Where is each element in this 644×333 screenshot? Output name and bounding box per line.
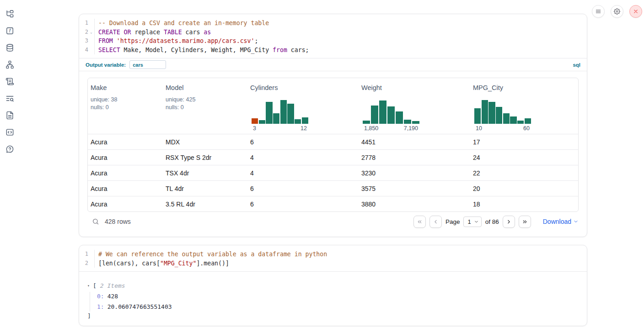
code-token: -- Download a CSV and create an in-memor…	[98, 20, 269, 26]
row-count-label: 428 rows	[105, 218, 131, 225]
code-token: CREATE	[98, 29, 120, 36]
page-select[interactable]: 1	[463, 217, 481, 227]
sidebar-button-file-explorer[interactable]	[5, 10, 14, 19]
code-token: TABLE	[164, 29, 182, 36]
line-number: 1	[85, 19, 88, 28]
documentation-icon	[5, 111, 14, 122]
table-cell: 3575	[361, 185, 473, 192]
line-number: 2	[85, 28, 88, 37]
table-cell: 20	[473, 185, 578, 192]
table-header-row: Makeunique: 38nulls: 0Modelunique: 425nu…	[88, 78, 578, 134]
code-text: [len(cars), cars["MPG_City"].mean()]	[95, 259, 229, 268]
column-header-mpg_city: MPG_City1060	[473, 78, 578, 134]
line-number: 3	[85, 37, 88, 46]
column-header-cylinders: Cylinders312	[250, 78, 361, 134]
collapse-chevron-icon[interactable]: ▾	[87, 284, 93, 288]
table-body: AcuraMDX6445117AcuraRSX Type S 2dr427782…	[88, 134, 578, 211]
code-line: 2⌄CREATE OR replace TABLE cars as	[79, 28, 587, 37]
column-name[interactable]: Model	[166, 84, 250, 91]
file-explorer-icon	[5, 10, 14, 20]
table-cell: RSX Type S 2dr	[166, 154, 250, 161]
search-icon[interactable]	[91, 217, 100, 226]
python-code-editor[interactable]: 1# We can reference the output variable …	[79, 245, 587, 271]
list-item-index: 1:	[97, 303, 104, 310]
axis-max-label: 7,190	[404, 125, 418, 132]
list-item: 1:20.060747663551403	[97, 302, 587, 312]
code-line: 1-- Download a CSV and create an in-memo…	[79, 19, 587, 28]
chevrons-left-icon	[417, 219, 423, 225]
previous-page-button[interactable]	[429, 216, 442, 228]
column-name[interactable]: Cylinders	[250, 84, 361, 91]
histogram-bar	[363, 121, 370, 124]
close-button[interactable]	[629, 5, 642, 18]
histogram-cylinders[interactable]: 312	[252, 99, 308, 132]
download-button[interactable]: Download	[543, 218, 579, 225]
table-cell: 3880	[361, 201, 473, 208]
histogram-bar	[488, 102, 495, 124]
code-token: ].mean()]	[196, 260, 229, 267]
line-number: 1	[85, 250, 88, 259]
code-text: CREATE OR replace TABLE cars as	[95, 28, 211, 37]
output-variable-input[interactable]	[129, 60, 166, 69]
sidebar-button-variables[interactable]: f	[5, 27, 14, 36]
column-name[interactable]: Make	[91, 84, 166, 91]
table-cell: 6	[250, 201, 361, 208]
histogram-bar	[510, 116, 516, 124]
menu-button[interactable]	[592, 5, 605, 18]
line-gutter: 1	[79, 250, 95, 259]
line-gutter: 2	[79, 259, 95, 268]
first-page-button[interactable]	[413, 216, 426, 228]
histogram-bar	[412, 121, 419, 124]
table-cell: 6	[250, 185, 361, 192]
line-gutter: 3	[79, 37, 95, 46]
column-header-model: Modelunique: 425nulls: 0	[166, 78, 250, 134]
column-stats: unique: 38nulls: 0	[91, 96, 166, 111]
sidebar-button-dependency-graph[interactable]	[5, 61, 14, 70]
table-footer: 428 rows Page 1 of 86	[87, 212, 579, 231]
code-token	[113, 37, 117, 44]
histogram-bar	[503, 113, 510, 124]
code-text: FROM 'https://datasets.marimo.app/cars.c…	[95, 37, 258, 46]
sidebar-button-outline-search[interactable]	[5, 95, 14, 104]
cell-divider	[79, 71, 587, 71]
marimo-notebook: f 1-- Download a CSV and create an in-me…	[0, 0, 644, 333]
list-output-items: 0:4281:20.060747663551403	[90, 292, 587, 312]
svg-text:f: f	[9, 28, 11, 33]
sidebar-button-data-sources[interactable]	[5, 44, 14, 53]
column-name[interactable]: MPG_City	[473, 84, 578, 91]
table-cell: 2778	[361, 154, 473, 161]
code-line: 2[len(cars), cars["MPG_City"].mean()]	[79, 259, 587, 268]
sql-code-editor[interactable]: 1-- Download a CSV and create an in-memo…	[79, 14, 587, 58]
histogram-bars	[252, 99, 308, 124]
histogram-mpg_city[interactable]: 1060	[474, 99, 531, 132]
table-row: AcuraRSX Type S 2dr4277824	[88, 149, 578, 165]
open-bracket: [	[93, 282, 97, 289]
sidebar-button-help[interactable]	[5, 145, 14, 154]
code-token: SELECT	[98, 47, 120, 53]
sidebar-button-logs[interactable]	[5, 78, 14, 87]
code-line: 4SELECT Make, Model, Cylinders, Weight, …	[79, 46, 587, 55]
histogram-bar	[482, 100, 488, 124]
table-row: AcuraMDX6445117	[88, 134, 578, 149]
list-output-viewer: ▾ [ 2 Items 0:4281:20.060747663551403 ]	[79, 272, 587, 321]
settings-button[interactable]	[611, 5, 623, 18]
histogram-bar	[525, 118, 531, 124]
last-page-button[interactable]	[519, 216, 531, 228]
table-cell: 24	[473, 154, 578, 161]
next-page-button[interactable]	[503, 216, 515, 228]
histogram-weight[interactable]: 1,8507,190	[363, 99, 419, 132]
page-label: Page	[445, 218, 460, 225]
histogram-bar	[371, 106, 378, 124]
histogram-axis-labels: 1060	[474, 125, 531, 132]
table-cell: 4451	[361, 138, 473, 146]
code-token: OR	[124, 29, 131, 36]
data-sources-icon	[5, 43, 14, 54]
sidebar-button-documentation[interactable]	[5, 111, 14, 121]
column-name[interactable]: Weight	[361, 84, 473, 91]
sidebar-button-snippets[interactable]	[5, 128, 14, 137]
histogram-bar	[273, 113, 279, 124]
list-item: 0:428	[97, 292, 587, 301]
outline-search-icon	[5, 94, 14, 105]
fold-chevron-icon[interactable]: ⌄	[88, 28, 94, 37]
histogram-bar	[266, 102, 272, 124]
